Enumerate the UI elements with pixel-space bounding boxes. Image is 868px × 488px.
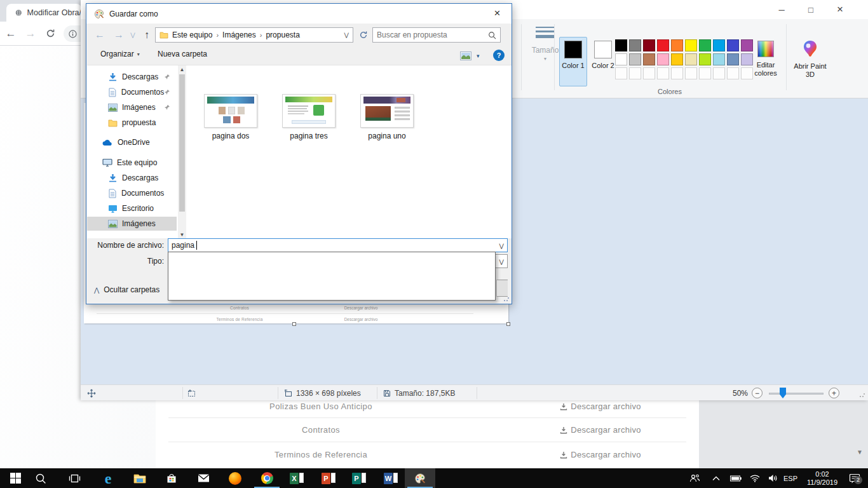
- sidebar-scrollbar[interactable]: ▲ ▼: [178, 65, 186, 239]
- file-item-pagina-dos[interactable]: pagina dos: [199, 94, 262, 146]
- download-link[interactable]: Descargar archivo: [515, 450, 686, 459]
- taskbar-file-explorer[interactable]: [125, 468, 155, 488]
- tray-show-hidden-icons[interactable]: [708, 468, 724, 488]
- taskbar-mail[interactable]: [188, 468, 219, 488]
- breadcrumb-folder2[interactable]: propuesta: [266, 30, 299, 39]
- reload-button[interactable]: [41, 25, 59, 43]
- refresh-button[interactable]: [357, 27, 370, 43]
- palette-color[interactable]: [671, 39, 683, 51]
- palette-color[interactable]: [713, 39, 725, 51]
- zoom-out-button[interactable]: −: [752, 385, 763, 401]
- tray-network[interactable]: [746, 468, 764, 488]
- maximize-button[interactable]: □: [796, 0, 825, 19]
- taskbar-search-button[interactable]: [25, 468, 56, 488]
- taskbar-paint[interactable]: [405, 468, 435, 488]
- palette-color[interactable]: [657, 39, 669, 51]
- sidebar-item-documentos-2[interactable]: Documentos: [87, 186, 177, 200]
- views-button[interactable]: [460, 51, 471, 60]
- back-button[interactable]: ←: [2, 25, 20, 43]
- open-paint3d-button[interactable]: Abrir Paint 3D: [790, 38, 831, 79]
- taskbar-powerpoint[interactable]: P: [313, 468, 344, 488]
- dialog-help-button[interactable]: ?: [493, 50, 505, 61]
- breadcrumb[interactable]: Este equipo › Imágenes › propuesta ⋁: [155, 27, 353, 43]
- download-link[interactable]: Descargar archivo: [515, 425, 686, 435]
- palette-empty-slot[interactable]: [685, 67, 697, 79]
- taskbar-firefox[interactable]: [220, 468, 250, 488]
- sidebar-item-descargas-2[interactable]: Descargas: [87, 171, 177, 185]
- palette-color[interactable]: [657, 53, 669, 65]
- palette-empty-slot[interactable]: [671, 67, 683, 79]
- sidebar-item-escritorio[interactable]: Escritorio: [87, 201, 177, 215]
- sidebar-item-descargas[interactable]: Descargas: [87, 70, 177, 84]
- sidebar-item-propuesta[interactable]: propuesta: [87, 116, 177, 130]
- palette-empty-slot[interactable]: [629, 67, 641, 79]
- palette-empty-slot[interactable]: [615, 67, 627, 79]
- palette-empty-slot[interactable]: [657, 67, 669, 79]
- download-link[interactable]: Descargar archivo: [515, 402, 686, 411]
- views-chevron-icon[interactable]: ▾: [477, 53, 480, 59]
- taskbar-edge[interactable]: e: [93, 468, 123, 488]
- palette-color[interactable]: [615, 53, 627, 65]
- palette-color[interactable]: [699, 53, 711, 65]
- palette-color[interactable]: [727, 39, 739, 51]
- cancel-button-partial[interactable]: [496, 280, 508, 297]
- taskbar-word[interactable]: W: [376, 468, 406, 488]
- minimize-button[interactable]: ─: [767, 0, 796, 19]
- palette-color[interactable]: [643, 53, 655, 65]
- filename-suggestions-dropdown[interactable]: [168, 252, 496, 301]
- palette-color[interactable]: [685, 39, 697, 51]
- palette-color[interactable]: [685, 53, 697, 65]
- tray-battery[interactable]: [727, 468, 745, 488]
- dialog-resize-grip[interactable]: [503, 295, 510, 302]
- filename-dropdown-chevron[interactable]: ⋁: [499, 243, 504, 249]
- sidebar-item-imagenes[interactable]: Imágenes: [87, 100, 177, 114]
- search-input[interactable]: [377, 30, 488, 39]
- nav-back-button[interactable]: ←: [92, 27, 108, 43]
- palette-color[interactable]: [629, 53, 641, 65]
- palette-color[interactable]: [713, 53, 725, 65]
- taskbar-store[interactable]: [156, 468, 187, 488]
- breadcrumb-chevron-icon[interactable]: ⋁: [344, 32, 349, 38]
- palette-color[interactable]: [629, 39, 641, 51]
- action-center-button[interactable]: 2: [844, 468, 865, 488]
- window-resize-grip[interactable]: [859, 391, 865, 398]
- forward-button[interactable]: →: [22, 25, 39, 43]
- palette-color[interactable]: [615, 39, 627, 51]
- hide-folders-button[interactable]: ⋀ Ocultar carpetas: [94, 283, 159, 296]
- tray-volume[interactable]: [764, 468, 782, 488]
- palette-empty-slot[interactable]: [727, 67, 739, 79]
- nav-up-button[interactable]: ↑: [139, 27, 155, 43]
- sidebar-item-imagenes-2[interactable]: Imágenes: [87, 217, 177, 231]
- file-item-pagina-uno[interactable]: pagina uno: [355, 94, 419, 146]
- resize-handle[interactable]: [292, 322, 296, 326]
- taskbar-chrome[interactable]: [252, 468, 282, 488]
- tray-clock[interactable]: 0:02 11/9/2019: [802, 468, 843, 488]
- sidebar-item-documentos[interactable]: Documentos: [87, 85, 177, 99]
- new-folder-button[interactable]: Nueva carpeta: [158, 50, 207, 58]
- palette-empty-slot[interactable]: [643, 67, 655, 79]
- scrollbar-thumb[interactable]: [179, 74, 185, 212]
- zoom-slider-handle[interactable]: [780, 388, 786, 398]
- palette-color[interactable]: [699, 39, 711, 51]
- breadcrumb-folder1[interactable]: Imágenes: [222, 30, 256, 39]
- color1-button[interactable]: Color 1: [559, 37, 587, 86]
- taskbar-publisher[interactable]: P: [344, 468, 374, 488]
- organize-button[interactable]: Organizar▾: [100, 50, 140, 58]
- palette-color[interactable]: [643, 39, 655, 51]
- breadcrumb-root[interactable]: Este equipo: [172, 30, 212, 39]
- taskbar-excel[interactable]: X: [281, 468, 312, 488]
- zoom-in-button[interactable]: +: [829, 385, 839, 401]
- sidebar-item-este-equipo[interactable]: Este equipo: [87, 156, 177, 170]
- scrollbar-down-arrow[interactable]: ▼: [857, 449, 863, 456]
- palette-color[interactable]: [727, 53, 739, 65]
- chrome-tab[interactable]: Modificar Obra/: [6, 4, 81, 22]
- color2-button[interactable]: Color 2: [589, 37, 617, 86]
- resize-handle[interactable]: [506, 322, 510, 326]
- file-item-pagina-tres[interactable]: pagina tres: [277, 94, 341, 146]
- task-view-button[interactable]: [59, 468, 90, 488]
- tray-language[interactable]: ESP: [780, 468, 801, 488]
- search-box[interactable]: [372, 27, 501, 43]
- tray-people-button[interactable]: [685, 468, 704, 488]
- palette-empty-slot[interactable]: [713, 67, 725, 79]
- edit-colors-button[interactable]: Editar colores: [750, 38, 782, 78]
